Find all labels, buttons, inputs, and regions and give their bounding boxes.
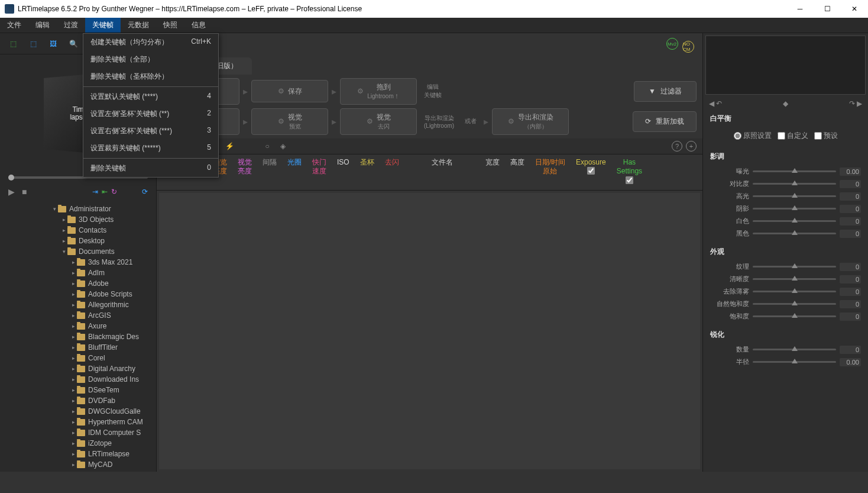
tree-item[interactable]: ▸Downloaded Ins (0, 374, 156, 385)
dropdown-item[interactable]: 删除关键帧（全部） (83, 51, 218, 68)
tree-item[interactable]: ▸Desktop (0, 236, 156, 246)
dropdown-item[interactable]: 删除关键帧（圣杯除外） (83, 68, 218, 85)
column-checkbox[interactable] (587, 167, 595, 175)
play-button[interactable]: ▶ (8, 187, 15, 196)
column-header[interactable]: Exposure (576, 158, 606, 178)
tree-item[interactable]: ▸MyCAD (0, 459, 156, 470)
menu-文件[interactable]: 文件 (0, 18, 28, 33)
tree-item[interactable]: ▸iZotope (0, 438, 156, 449)
close-button[interactable]: ✕ (841, 0, 868, 18)
tree-item[interactable]: ▸Corel (0, 353, 156, 363)
stop-button[interactable]: ■ (22, 187, 27, 196)
help-button[interactable]: ? (672, 141, 682, 152)
wand2-icon[interactable]: ⚡ (224, 141, 235, 152)
add-button[interactable]: + (686, 141, 697, 152)
minimize-button[interactable]: ─ (786, 0, 814, 18)
crop-icon[interactable]: ⬚ (27, 38, 39, 50)
tree-item[interactable]: ▾Administrator (0, 204, 156, 214)
wb-option[interactable]: 自定义 (778, 131, 808, 141)
column-header[interactable]: 宽度 (485, 158, 500, 167)
slider-row[interactable]: 黑色0 (710, 227, 861, 240)
slider-row[interactable]: 数量0 (710, 343, 861, 356)
nav-first-icon[interactable]: ◀ (709, 99, 714, 108)
slider-row[interactable]: 白色0 (710, 215, 861, 227)
column-header[interactable]: 视觉亮度 (238, 158, 252, 176)
slider-row[interactable]: 自然饱和度0 (710, 298, 861, 310)
tree-item[interactable]: ▸Axure (0, 321, 156, 331)
slider-row[interactable]: 半径0.00 (710, 356, 861, 368)
menu-编辑[interactable]: 编辑 (28, 18, 57, 33)
workflow-button[interactable]: ⚙视觉预览 (251, 108, 328, 135)
dropdown-item[interactable]: 创建关键帧（均匀分布）Ctrl+K (83, 34, 218, 51)
tree-item[interactable]: ▸Hypertherm CAM (0, 417, 156, 427)
tree-item[interactable]: ▸Adobe (0, 278, 156, 289)
nav-next-icon[interactable]: ↷ (849, 99, 855, 108)
dropdown-item[interactable]: 设置右侧'圣杯'关键帧 (***)3 (83, 123, 218, 140)
column-header[interactable]: 文件名 (410, 158, 475, 167)
slider-row[interactable]: 曝光0.00 (710, 165, 861, 178)
dropdown-item[interactable]: 设置左侧'圣杯'关键帧 (**)2 (83, 105, 218, 123)
tree-item[interactable]: ▾Documents (0, 246, 156, 257)
tree-item[interactable]: ▸3ds Max 2021 (0, 257, 156, 268)
workflow-button[interactable]: ⚙导出和渲染（内部） (492, 108, 569, 135)
nav-last-icon[interactable]: ▶ (857, 99, 862, 108)
slider-row[interactable]: 纹理0 (710, 260, 861, 273)
column-header[interactable]: 高度 (510, 158, 524, 167)
new-icon[interactable]: ⬚ (7, 38, 19, 50)
tree-item[interactable]: ▸Contacts (0, 225, 156, 236)
record-icon[interactable]: ○ (262, 141, 273, 152)
refresh-icon[interactable]: ⟳ (142, 188, 148, 196)
menu-信息[interactable]: 信息 (184, 18, 213, 33)
wb-option[interactable]: 预设 (814, 131, 838, 141)
data-grid[interactable] (159, 193, 700, 469)
workflow-button[interactable]: ⚙保存 (251, 80, 328, 102)
search-icon[interactable]: 🔍 (67, 38, 79, 50)
dropdown-item[interactable]: 删除关键帧0 (83, 160, 218, 177)
filter-button[interactable]: ▼ 过滤器 (634, 81, 697, 102)
view-icon[interactable]: ◈ (277, 141, 288, 152)
menu-过渡[interactable]: 过渡 (57, 18, 85, 33)
slider-row[interactable]: 清晰度0 (710, 273, 861, 285)
slider-row[interactable]: 去除薄雾0 (710, 285, 861, 298)
tree-item[interactable]: ▸IDM Computer S (0, 427, 156, 438)
nav-diamond-icon[interactable]: ◆ (783, 99, 788, 108)
image-icon[interactable]: 🖼 (47, 38, 59, 50)
tree-item[interactable]: ▸BluffTitler (0, 342, 156, 353)
import-icon[interactable]: ⇥ (92, 188, 98, 196)
column-header[interactable]: 间隔 (263, 158, 277, 167)
workflow-button[interactable]: ⚙视觉去闪 (340, 108, 417, 135)
column-header[interactable]: ISO (337, 158, 349, 167)
slider-row[interactable]: 阴影0 (710, 202, 861, 215)
tree-item[interactable]: ▸Digital Anarchy (0, 363, 156, 374)
dropdown-item[interactable]: 设置裁剪关键帧 (*****)5 (83, 140, 218, 157)
slider-row[interactable]: 高光0 (710, 190, 861, 202)
column-header[interactable]: 快门速度 (312, 158, 326, 176)
column-checkbox[interactable] (626, 176, 633, 184)
reload-button[interactable]: ⟳ 重新加载 (633, 111, 697, 132)
dropdown-item[interactable]: 设置默认关键帧 (****)4 (83, 88, 218, 105)
column-header[interactable]: 光圈 (287, 158, 302, 167)
tree-item[interactable]: ▸Blackmagic Des (0, 331, 156, 342)
export-icon[interactable]: ⇤ (102, 188, 108, 196)
tree-item[interactable]: ▸Allegorithmic (0, 299, 156, 310)
column-header[interactable]: 圣杯 (360, 158, 374, 167)
slider-row[interactable]: 对比度0 (710, 178, 861, 190)
menu-关键帧[interactable]: 关键帧 (85, 18, 121, 33)
wb-option[interactable]: 原照设置 (734, 131, 772, 141)
tree-item[interactable]: ▸DSeeTem (0, 385, 156, 395)
column-header[interactable]: HasSettings (617, 158, 642, 187)
sync-icon[interactable]: ↻ (111, 188, 117, 196)
tree-item[interactable]: ▸DVDFab (0, 395, 156, 406)
menu-元数据[interactable]: 元数据 (121, 18, 156, 33)
tree-item[interactable]: ▸LRTimelapse (0, 449, 156, 459)
menu-快照[interactable]: 快照 (156, 18, 184, 33)
slider-row[interactable]: 饱和度0 (710, 310, 861, 323)
nav-prev-icon[interactable]: ↶ (716, 99, 722, 108)
tree-item[interactable]: ▸3D Objects (0, 214, 156, 225)
maximize-button[interactable]: ☐ (814, 0, 841, 18)
workflow-button[interactable]: ⚙拖到Lightroom！ (340, 78, 417, 105)
column-header[interactable]: 去闪 (385, 158, 399, 167)
tree-item[interactable]: ▸Adobe Scripts (0, 289, 156, 299)
tree-item[interactable]: ▸AdIm (0, 268, 156, 278)
tree-item[interactable]: ▸ArcGIS (0, 310, 156, 321)
